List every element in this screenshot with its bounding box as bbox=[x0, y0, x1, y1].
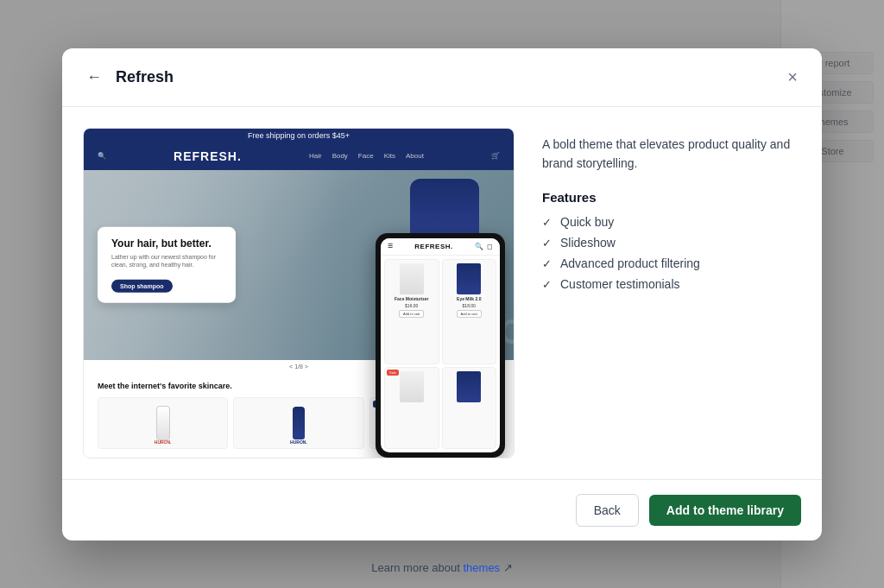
mobile-product-2: Eye Milk 2.0 $18.00 Add to cart bbox=[442, 259, 497, 364]
nav-body: Body bbox=[332, 152, 348, 160]
mobile-product-btn-2: Add to cart bbox=[457, 310, 482, 318]
themes-link[interactable]: themes bbox=[463, 561, 500, 574]
bottom-link-area: Learn more about themes ↗ bbox=[371, 561, 513, 574]
back-arrow-button[interactable]: ← bbox=[83, 65, 105, 90]
external-link-icon: ↗ bbox=[503, 561, 513, 574]
product-brand-2: HURON. bbox=[290, 439, 307, 445]
mobile-product-img-4 bbox=[457, 371, 481, 402]
mobile-product-name-1: Face Moisturizer bbox=[395, 296, 428, 301]
product-card-1: HURON. bbox=[98, 397, 228, 449]
check-icon-3: ✓ bbox=[542, 278, 552, 291]
feature-label-0: Quick buy bbox=[560, 215, 614, 229]
mobile-product-1: Face Moisturizer $16.00 Add to cart bbox=[384, 259, 439, 364]
mobile-mockup: ☰ REFRESH. 🔍 ◻ Face Moisturizer $ bbox=[376, 233, 505, 458]
preview-search-icon: 🔍 bbox=[98, 152, 106, 160]
product-img-2 bbox=[293, 407, 305, 439]
mobile-product-img-3 bbox=[400, 371, 424, 402]
nav-about: About bbox=[406, 152, 424, 160]
nav-kits: Kits bbox=[384, 152, 395, 160]
theme-description: A bold theme that elevates product quali… bbox=[542, 135, 801, 174]
mobile-search-icon: 🔍 bbox=[475, 243, 483, 250]
feature-item-2: ✓ Advanced product filtering bbox=[542, 256, 801, 270]
feature-item-0: ✓ Quick buy bbox=[542, 215, 801, 229]
feature-item-1: ✓ Slideshow bbox=[542, 236, 801, 250]
mobile-product-name-2: Eye Milk 2.0 bbox=[457, 296, 481, 301]
theme-preview-container: Free shipping on orders $45+ 🔍 REFRESH. … bbox=[83, 128, 515, 458]
product-img-1 bbox=[156, 406, 170, 440]
hero-card-desc: Lather up with our newest shampoo for cl… bbox=[111, 252, 222, 269]
feature-label-3: Customer testimonials bbox=[560, 277, 680, 291]
bottom-link-text: Learn more about bbox=[371, 561, 463, 574]
preview-cart-icon: 🛒 bbox=[491, 152, 500, 160]
mobile-logo: REFRESH. bbox=[414, 243, 452, 250]
mobile-sale-badge: Sale bbox=[387, 370, 399, 376]
mobile-product-price-2: $18.00 bbox=[463, 303, 476, 308]
preview-nav-links: Hair Body Face Kits About bbox=[309, 152, 424, 160]
promo-bar: Free shipping on orders $45+ bbox=[84, 129, 514, 142]
mobile-product-img-2 bbox=[457, 263, 481, 294]
hero-card-button: Shop shampoo bbox=[111, 280, 173, 293]
check-icon-1: ✓ bbox=[542, 237, 552, 250]
close-modal-button[interactable]: × bbox=[784, 64, 801, 91]
product-card-2: HURON. bbox=[233, 397, 363, 449]
theme-modal: ← Refresh × Free shipping on orders $45+… bbox=[62, 48, 822, 541]
mobile-cart-icon: ◻ bbox=[487, 243, 493, 250]
mobile-nav-icons: 🔍 ◻ bbox=[475, 243, 493, 250]
features-title: Features bbox=[542, 190, 801, 205]
modal-title: Refresh bbox=[116, 68, 774, 86]
mobile-product-3: Sale bbox=[384, 367, 439, 449]
mobile-product-btn-1: Add to cart bbox=[399, 310, 424, 318]
mobile-menu-icon: ☰ bbox=[388, 243, 393, 250]
modal-body: Free shipping on orders $45+ 🔍 REFRESH. … bbox=[62, 107, 822, 479]
nav-hair: Hair bbox=[309, 152, 322, 160]
preview-nav: 🔍 REFRESH. Hair Body Face Kits About 🛒 bbox=[84, 142, 514, 170]
check-icon-0: ✓ bbox=[542, 216, 552, 229]
feature-item-3: ✓ Customer testimonials bbox=[542, 277, 801, 291]
mobile-product-price-1: $16.00 bbox=[405, 303, 418, 308]
modal-footer: Back Add to theme library bbox=[62, 479, 822, 541]
hero-card: Your hair, but better. Lather up with ou… bbox=[98, 226, 236, 303]
add-to-library-button[interactable]: Add to theme library bbox=[649, 495, 801, 526]
check-icon-2: ✓ bbox=[542, 257, 552, 270]
modal-header: ← Refresh × bbox=[62, 48, 822, 107]
mobile-product-4 bbox=[442, 367, 497, 449]
mobile-nav: ☰ REFRESH. 🔍 ◻ bbox=[381, 238, 500, 256]
preview-logo: REFRESH. bbox=[174, 149, 242, 163]
product-brand-1: HURON. bbox=[155, 439, 172, 445]
feature-label-1: Slideshow bbox=[560, 236, 616, 250]
mobile-screen: ☰ REFRESH. 🔍 ◻ Face Moisturizer $ bbox=[381, 238, 500, 452]
nav-face: Face bbox=[358, 152, 374, 160]
hero-card-title: Your hair, but better. bbox=[111, 237, 222, 249]
theme-preview: Free shipping on orders $45+ 🔍 REFRESH. … bbox=[84, 129, 514, 458]
feature-label-2: Advanced product filtering bbox=[560, 256, 700, 270]
features-list: ✓ Quick buy ✓ Slideshow ✓ Advanced produ… bbox=[542, 215, 801, 291]
mobile-products-grid: Face Moisturizer $16.00 Add to cart Eye … bbox=[381, 256, 500, 452]
mobile-product-img-1 bbox=[400, 263, 424, 294]
back-button[interactable]: Back bbox=[576, 494, 639, 527]
info-panel: A bold theme that elevates product quali… bbox=[542, 128, 801, 458]
